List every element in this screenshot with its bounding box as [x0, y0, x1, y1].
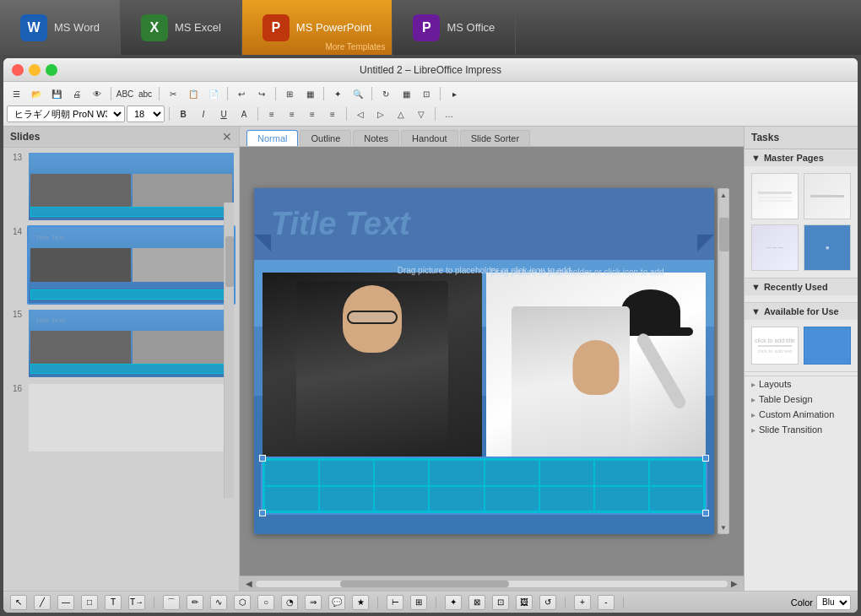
preview-button[interactable]: 👁: [88, 85, 106, 102]
slide-photo-right[interactable]: [486, 273, 706, 458]
slides-scrollbar[interactable]: [224, 203, 234, 498]
scroll-up-arrow[interactable]: ▲: [718, 189, 728, 201]
master-page-thumb-4[interactable]: ■: [804, 224, 851, 271]
table-btn[interactable]: ▦: [301, 85, 319, 102]
close-button[interactable]: [12, 64, 24, 76]
zoom-out-btn[interactable]: -: [598, 595, 615, 610]
arrow3d-tool[interactable]: ⇒: [305, 595, 322, 610]
available-item-2[interactable]: [804, 327, 851, 365]
custom-animation-link[interactable]: ▸ Custom Animation: [745, 407, 858, 422]
slide-thumbnail[interactable]: [27, 151, 236, 222]
slide-thumbnail-active[interactable]: Title Text: [27, 225, 236, 305]
scroll-right-arrow[interactable]: ▶: [728, 579, 740, 588]
align-right[interactable]: ≡: [303, 105, 322, 122]
app-tab-excel[interactable]: X MS Excel: [121, 0, 242, 55]
freehand-tool[interactable]: ✏: [187, 595, 203, 610]
star-btn[interactable]: ✦: [328, 85, 347, 102]
slide-transition-link[interactable]: ▸ Slide Transition: [745, 422, 858, 437]
maximize-button[interactable]: [46, 64, 57, 76]
italic-button[interactable]: I: [194, 105, 213, 122]
open-button[interactable]: 📂: [27, 85, 46, 102]
scrollbar-thumb-h[interactable]: [340, 581, 509, 587]
redo-button[interactable]: ↪: [252, 85, 271, 102]
more2-btn[interactable]: …: [440, 105, 458, 122]
scroll-down-arrow[interactable]: ▼: [718, 521, 728, 533]
callout-tool[interactable]: 💬: [328, 595, 345, 610]
tab-normal[interactable]: Normal: [246, 130, 298, 146]
up-btn[interactable]: △: [392, 105, 410, 122]
tab-slide-sorter[interactable]: Slide Sorter: [460, 130, 530, 146]
tab-notes[interactable]: Notes: [353, 130, 399, 146]
cut-button[interactable]: ✂: [164, 85, 182, 102]
align-left[interactable]: ≡: [263, 105, 281, 122]
master-page-thumb-3[interactable]: ─ ─ ─: [751, 224, 799, 271]
font-family-select[interactable]: ヒラギノ明朝 ProN W3: [7, 105, 125, 122]
print-button[interactable]: 🖨: [68, 85, 86, 102]
undo-button[interactable]: ↩: [232, 85, 251, 102]
align-center[interactable]: ≡: [283, 105, 301, 122]
master-pages-toggle[interactable]: ▼ Master Pages: [745, 149, 858, 166]
more-templates-link[interactable]: More Templates: [325, 42, 385, 51]
master-page-thumb-1[interactable]: [751, 173, 799, 219]
slide-photo-left[interactable]: [263, 273, 482, 458]
cursor-tool[interactable]: ↖: [10, 595, 27, 610]
align-justify[interactable]: ≡: [323, 105, 342, 122]
snap-tool[interactable]: ⊞: [410, 595, 427, 610]
tab-outline[interactable]: Outline: [300, 130, 351, 146]
copy-button[interactable]: 📋: [184, 85, 203, 102]
slides-close-button[interactable]: ✕: [222, 130, 232, 143]
scroll-track-v[interactable]: [718, 201, 728, 521]
spell2-button[interactable]: abc: [136, 85, 154, 102]
measure-tool[interactable]: ⊠: [468, 595, 485, 610]
glue-tool[interactable]: ✦: [445, 595, 462, 610]
slide-canvas-area[interactable]: Title Text Drag picture to placeholder o…: [240, 147, 744, 575]
slide-thumbnail[interactable]: Title Text: [27, 308, 236, 379]
polygon-tool[interactable]: ⬡: [234, 595, 251, 610]
master-page-thumb-2[interactable]: [804, 173, 851, 219]
available-item-1[interactable]: click to add title click to add text: [751, 327, 799, 365]
down-btn[interactable]: ▽: [412, 105, 430, 122]
layouts-link[interactable]: ▸ Layouts: [745, 376, 858, 392]
text-tool[interactable]: T: [105, 595, 122, 610]
slide-thumbnail[interactable]: [27, 382, 236, 453]
line2-tool[interactable]: —: [57, 595, 74, 610]
available-toggle[interactable]: ▼ Available for Use: [745, 303, 858, 320]
img-tool[interactable]: 🖼: [516, 595, 533, 610]
more-btn[interactable]: ▸: [445, 85, 463, 102]
insert-btn[interactable]: ⊞: [280, 85, 299, 102]
paste-button[interactable]: 📄: [204, 85, 223, 102]
rotate-tool[interactable]: ↺: [539, 595, 556, 610]
font-size-select[interactable]: 18: [127, 105, 165, 122]
zoom-btn[interactable]: 🔍: [349, 85, 367, 102]
bold-button[interactable]: B: [174, 105, 192, 122]
prev-btn[interactable]: ◁: [351, 105, 370, 122]
slide-btn[interactable]: ▦: [397, 85, 415, 102]
slide-canvas[interactable]: Title Text Drag picture to placeholder o…: [254, 188, 714, 534]
star-tool[interactable]: ★: [352, 595, 369, 610]
underline-button[interactable]: U: [214, 105, 233, 122]
slides-list[interactable]: 13: [3, 148, 239, 591]
recently-used-toggle[interactable]: ▼ Recently Used: [745, 278, 858, 295]
arc-tool[interactable]: ◔: [281, 595, 298, 610]
spell-button[interactable]: ABC: [116, 85, 134, 102]
app-tab-ppt[interactable]: P MS PowerPoint More Templates: [242, 0, 393, 55]
table-design-link[interactable]: ▸ Table Design: [745, 392, 858, 407]
scroll-left-arrow[interactable]: ◀: [243, 579, 255, 588]
rect-tool[interactable]: □: [81, 595, 98, 610]
view-btn[interactable]: ⊡: [417, 85, 436, 102]
minimize-button[interactable]: [29, 64, 41, 76]
zoom-in-btn[interactable]: +: [574, 595, 591, 610]
vertical-scrollbar[interactable]: ▲ ▼: [718, 188, 729, 534]
next-btn[interactable]: ▷: [371, 105, 390, 122]
color-select[interactable]: Blu: [816, 595, 851, 610]
line-tool[interactable]: ╱: [34, 595, 51, 610]
app-tab-office[interactable]: P MS Office: [393, 0, 516, 55]
shadow-button[interactable]: A: [235, 105, 253, 122]
view3d-tool[interactable]: ⊡: [492, 595, 509, 610]
tab-handout[interactable]: Handout: [401, 130, 458, 146]
save-button[interactable]: 💾: [47, 85, 66, 102]
slides-scrollbar-thumb[interactable]: [225, 236, 234, 287]
circle-tool[interactable]: ○: [257, 595, 274, 610]
text2-tool[interactable]: T→: [128, 595, 145, 610]
slide-table[interactable]: [263, 458, 706, 513]
